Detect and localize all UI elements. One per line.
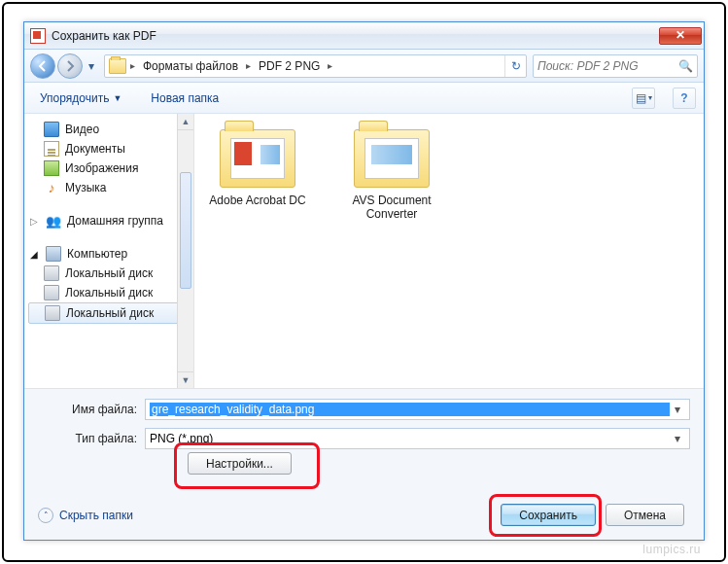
scroll-down-button[interactable]: ▼: [178, 371, 193, 388]
tree-item-videos[interactable]: Видео: [24, 120, 193, 139]
folder-icon: [220, 129, 295, 188]
settings-button[interactable]: Настройки...: [188, 452, 292, 475]
scroll-up-button[interactable]: ▲: [178, 114, 193, 130]
forward-button[interactable]: [57, 53, 83, 79]
organize-button[interactable]: Упорядочить ▼: [32, 88, 129, 108]
folder-item[interactable]: AVS Document Converter: [338, 129, 445, 221]
drive-icon: [44, 285, 59, 300]
tree-item-documents[interactable]: Документы: [24, 139, 193, 159]
back-button[interactable]: [30, 53, 55, 79]
refresh-button[interactable]: ↻: [504, 55, 526, 77]
address-bar[interactable]: ▸ Форматы файлов ▸ PDF 2 PNG ▸ ↻: [104, 54, 527, 78]
watermark: lumpics.ru: [642, 543, 701, 556]
search-box[interactable]: 🔍: [533, 54, 698, 78]
filetype-select[interactable]: PNG (*.png)▾: [145, 428, 690, 449]
scrollbar[interactable]: ▲ ▼: [177, 114, 193, 388]
search-input[interactable]: [537, 59, 676, 73]
breadcrumb-segment[interactable]: PDF 2 PNG: [253, 55, 326, 77]
video-icon: [44, 122, 59, 137]
collapse-icon[interactable]: ◢: [30, 249, 40, 260]
folder-item[interactable]: Adobe Acrobat DC: [204, 129, 311, 207]
view-options-button[interactable]: ▤▾: [632, 88, 655, 109]
chevron-right-icon: ▸: [128, 60, 137, 71]
breadcrumb-segment[interactable]: Форматы файлов: [137, 55, 244, 77]
save-as-dialog: Сохранить как PDF ✕ ▾ ▸ Форматы файлов ▸…: [23, 21, 705, 541]
document-icon: [44, 141, 59, 157]
filename-input[interactable]: gre_research_validity_data.png▾: [145, 399, 690, 420]
chevron-down-icon: ▼: [113, 93, 121, 103]
cancel-button[interactable]: Отмена: [606, 504, 684, 526]
tree-item-drive[interactable]: Локальный диск: [24, 264, 193, 283]
computer-icon: [46, 246, 61, 262]
search-icon: 🔍: [678, 59, 693, 73]
scroll-thumb[interactable]: [180, 172, 191, 289]
folder-icon: [109, 58, 126, 74]
save-button[interactable]: Сохранить: [501, 504, 596, 526]
tree-item-drive[interactable]: Локальный диск: [28, 302, 190, 324]
navigation-bar: ▾ ▸ Форматы файлов ▸ PDF 2 PNG ▸ ↻ 🔍: [24, 50, 704, 83]
tree-item-music[interactable]: ♪Музыка: [24, 178, 193, 197]
file-list[interactable]: Adobe Acrobat DC AVS Document Converter: [194, 114, 704, 388]
chevron-down-icon[interactable]: ▾: [670, 403, 685, 416]
tree-item-pictures[interactable]: Изображения: [24, 159, 193, 178]
help-button[interactable]: ?: [673, 88, 696, 109]
toolbar: Упорядочить ▼ Новая папка ▤▾ ?: [24, 83, 704, 114]
chevron-right-icon: ▸: [244, 60, 253, 71]
filename-label: Имя файла:: [38, 403, 145, 416]
close-button[interactable]: ✕: [659, 27, 702, 45]
pictures-icon: [44, 160, 59, 176]
chevron-down-icon[interactable]: ▾: [670, 432, 685, 445]
chevron-right-icon: ▸: [326, 60, 334, 71]
tree-item-homegroup[interactable]: ▷👥Домашняя группа: [24, 211, 193, 230]
titlebar: Сохранить как PDF ✕: [24, 22, 704, 50]
filetype-label: Тип файла:: [38, 432, 145, 445]
history-dropdown[interactable]: ▾: [85, 54, 98, 78]
expand-icon[interactable]: ▷: [30, 216, 40, 227]
music-icon: ♪: [44, 180, 59, 195]
tree-item-drive[interactable]: Локальный диск: [24, 283, 193, 302]
homegroup-icon: 👥: [46, 213, 61, 229]
navigation-tree: Видео Документы Изображения ♪Музыка ▷👥До…: [24, 114, 194, 388]
form-panel: Имя файла: gre_research_validity_data.pn…: [24, 388, 704, 541]
window-title: Сохранить как PDF: [52, 29, 156, 43]
new-folder-button[interactable]: Новая папка: [143, 88, 226, 108]
drive-icon: [45, 305, 60, 321]
pdf-icon: [30, 28, 46, 44]
tree-item-computer[interactable]: ◢Компьютер: [24, 244, 193, 264]
folder-icon: [354, 129, 430, 188]
hide-folders-button[interactable]: ˄Скрыть папки: [38, 508, 133, 523]
chevron-up-icon: ˄: [38, 508, 53, 523]
drive-icon: [44, 265, 59, 281]
